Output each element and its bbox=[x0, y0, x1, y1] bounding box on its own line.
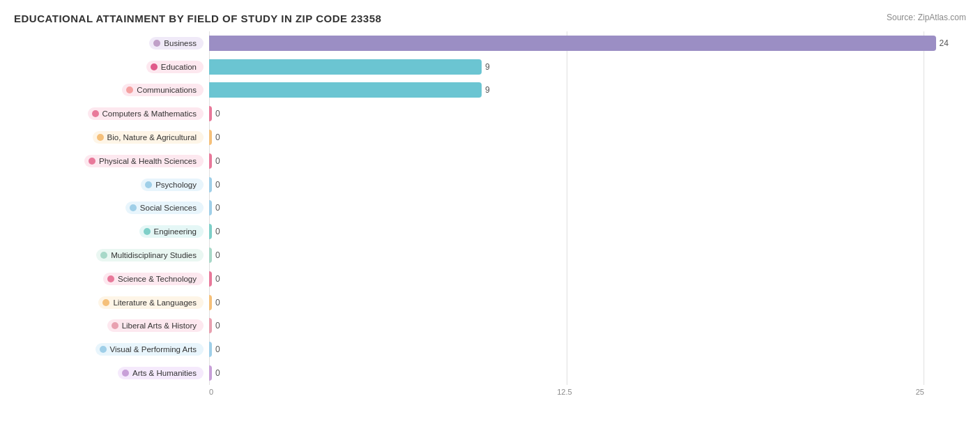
bar-area: 0 bbox=[209, 173, 966, 197]
label-pill: Multidisciplinary Studies bbox=[96, 249, 204, 261]
bar-label: Psychology bbox=[155, 181, 197, 189]
row-label: Science & Technology bbox=[14, 273, 209, 285]
x-tick: 25 bbox=[916, 388, 924, 396]
x-axis: 012.525 bbox=[14, 388, 966, 396]
label-pill: Literature & Languages bbox=[98, 296, 204, 309]
bar: 0 bbox=[209, 365, 212, 381]
label-dot bbox=[89, 158, 95, 165]
label-pill: Bio, Nature & Agricultural bbox=[93, 131, 204, 144]
bar-area: 0 bbox=[209, 267, 966, 291]
row-label: Multidisciplinary Studies bbox=[14, 249, 209, 261]
bar-value: 9 bbox=[485, 62, 490, 72]
bar: 0 bbox=[209, 130, 212, 145]
bar-label: Business bbox=[164, 39, 197, 47]
bar-label: Literature & Languages bbox=[113, 298, 197, 307]
label-pill: Arts & Humanities bbox=[118, 367, 204, 379]
bar-value: 0 bbox=[215, 203, 220, 213]
chart-title: EDUCATIONAL ATTAINMENT BY FIELD OF STUDY… bbox=[14, 13, 966, 24]
bar-value: 9 bbox=[485, 85, 490, 95]
bar-value: 24 bbox=[940, 38, 949, 48]
row-label: Social Sciences bbox=[14, 202, 209, 214]
table-row: Computers & Mathematics0 bbox=[14, 102, 966, 126]
bar-area: 24 bbox=[209, 31, 966, 55]
bar-value: 0 bbox=[215, 227, 220, 236]
row-label: Bio, Nature & Agricultural bbox=[14, 131, 209, 144]
label-pill: Education bbox=[146, 61, 204, 73]
bar-label: Communications bbox=[137, 86, 197, 94]
bar: 0 bbox=[209, 177, 212, 192]
bar-area: 0 bbox=[209, 102, 966, 126]
label-dot bbox=[100, 252, 107, 259]
label-dot bbox=[122, 370, 129, 377]
table-row: Literature & Languages0 bbox=[14, 291, 966, 314]
bar-area: 9 bbox=[209, 79, 966, 103]
bar-value: 0 bbox=[215, 368, 220, 378]
chart-area: Business24Education9Communications9Compu… bbox=[14, 31, 966, 396]
bar: 0 bbox=[209, 224, 212, 239]
label-dot bbox=[145, 181, 152, 188]
bar-label: Bio, Nature & Agricultural bbox=[107, 133, 197, 142]
bar-area: 0 bbox=[209, 126, 966, 149]
label-dot bbox=[144, 228, 151, 235]
bar: 0 bbox=[209, 342, 212, 357]
bar: 0 bbox=[209, 271, 212, 287]
bar-value: 0 bbox=[215, 298, 220, 308]
label-dot bbox=[153, 40, 160, 47]
label-dot bbox=[151, 63, 158, 70]
bar-label: Visual & Performing Arts bbox=[110, 345, 197, 354]
label-pill: Science & Technology bbox=[103, 273, 204, 285]
bar-area: 9 bbox=[209, 55, 966, 79]
bar-area: 0 bbox=[209, 314, 966, 338]
bar: 24 bbox=[209, 36, 936, 51]
bar-area: 0 bbox=[209, 220, 966, 243]
bar-value: 0 bbox=[215, 132, 220, 142]
bar-value: 0 bbox=[215, 321, 220, 331]
bar-label: Social Sciences bbox=[140, 204, 197, 212]
bar-area: 0 bbox=[209, 197, 966, 220]
row-label: Computers & Mathematics bbox=[14, 107, 209, 120]
label-dot bbox=[102, 299, 109, 306]
label-dot bbox=[107, 275, 114, 282]
bar-area: 0 bbox=[209, 243, 966, 267]
table-row: Science & Technology0 bbox=[14, 267, 966, 291]
bar-label: Physical & Health Sciences bbox=[99, 157, 197, 165]
bar-value: 0 bbox=[215, 180, 220, 190]
row-label: Engineering bbox=[14, 225, 209, 238]
bar-value: 0 bbox=[215, 250, 220, 260]
label-dot bbox=[97, 134, 104, 141]
chart-container: EDUCATIONAL ATTAINMENT BY FIELD OF STUDY… bbox=[0, 0, 980, 440]
label-dot bbox=[112, 322, 118, 329]
table-row: Engineering0 bbox=[14, 220, 966, 243]
bar-value: 0 bbox=[215, 109, 220, 119]
table-row: Visual & Performing Arts0 bbox=[14, 337, 966, 361]
bar-value: 0 bbox=[215, 274, 220, 284]
row-label: Physical & Health Sciences bbox=[14, 155, 209, 167]
bar-value: 0 bbox=[215, 156, 220, 166]
bar-value: 0 bbox=[215, 344, 220, 354]
label-dot bbox=[126, 86, 133, 93]
table-row: Bio, Nature & Agricultural0 bbox=[14, 126, 966, 149]
table-row: Physical & Health Sciences0 bbox=[14, 149, 966, 173]
table-row: Business24 bbox=[14, 31, 966, 55]
bar: 0 bbox=[209, 200, 212, 215]
bar: 9 bbox=[209, 59, 482, 75]
table-row: Arts & Humanities0 bbox=[14, 361, 966, 385]
label-pill: Psychology bbox=[141, 179, 204, 191]
bar-area: 0 bbox=[209, 361, 966, 385]
x-tick: 0 bbox=[209, 388, 213, 396]
bar: 0 bbox=[209, 248, 212, 263]
bar: 9 bbox=[209, 82, 482, 98]
bar: 0 bbox=[209, 106, 212, 121]
row-label: Education bbox=[14, 61, 209, 73]
row-label: Arts & Humanities bbox=[14, 367, 209, 379]
table-row: Psychology0 bbox=[14, 173, 966, 197]
label-pill: Liberal Arts & History bbox=[107, 319, 204, 332]
label-pill: Engineering bbox=[139, 225, 204, 238]
bar-label: Multidisciplinary Studies bbox=[111, 251, 197, 259]
label-pill: Business bbox=[149, 37, 204, 50]
bar-label: Computers & Mathematics bbox=[102, 109, 197, 118]
label-dot bbox=[100, 346, 107, 353]
bar-area: 0 bbox=[209, 149, 966, 173]
label-pill: Communications bbox=[122, 84, 204, 96]
table-row: Social Sciences0 bbox=[14, 197, 966, 220]
